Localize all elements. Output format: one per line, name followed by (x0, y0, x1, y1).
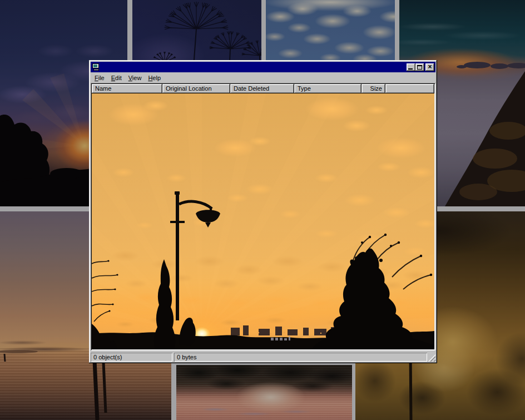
column-header-size[interactable]: Size (361, 84, 385, 93)
monitor-icon (92, 63, 99, 68)
column-header-original-location[interactable]: Original Location (162, 84, 230, 93)
title-bar[interactable]: × (91, 62, 435, 72)
maximize-button[interactable] (415, 63, 424, 71)
status-object-count: 0 object(s) (91, 353, 172, 362)
menu-bar: File Edit View Help (91, 72, 435, 83)
left-branches-silhouette (92, 261, 117, 322)
column-header-date-deleted[interactable]: Date Deleted (230, 84, 294, 93)
minimize-button[interactable] (407, 63, 415, 71)
photo-silhouettes (92, 93, 434, 349)
wallpaper-sunset-photo (92, 93, 434, 349)
file-list-view[interactable]: Name Original Location Date Deleted Type… (91, 83, 435, 350)
recycle-bin-window: × File Edit View Help Name Original Loca… (89, 60, 437, 363)
close-button[interactable]: × (425, 63, 434, 71)
maximize-icon (417, 65, 422, 70)
column-header-type[interactable]: Type (294, 84, 361, 93)
menu-item-view[interactable]: View (125, 73, 145, 82)
status-bar: 0 object(s) 0 bytes (91, 350, 435, 362)
column-headers: Name Original Location Date Deleted Type… (92, 84, 434, 93)
window-icon[interactable] (92, 63, 101, 71)
close-icon: × (425, 63, 434, 71)
street-lamp-silhouette (170, 191, 220, 320)
status-byte-count: 0 bytes (174, 353, 427, 362)
menu-item-help[interactable]: Help (145, 73, 164, 82)
column-header-name[interactable]: Name (92, 84, 162, 93)
minimize-icon (408, 68, 413, 70)
bush-silhouette (179, 318, 195, 346)
menu-item-edit[interactable]: Edit (108, 73, 125, 82)
menu-item-file[interactable]: File (91, 73, 108, 82)
column-header-filler (385, 84, 434, 93)
cypress-tree-silhouette (154, 259, 175, 349)
